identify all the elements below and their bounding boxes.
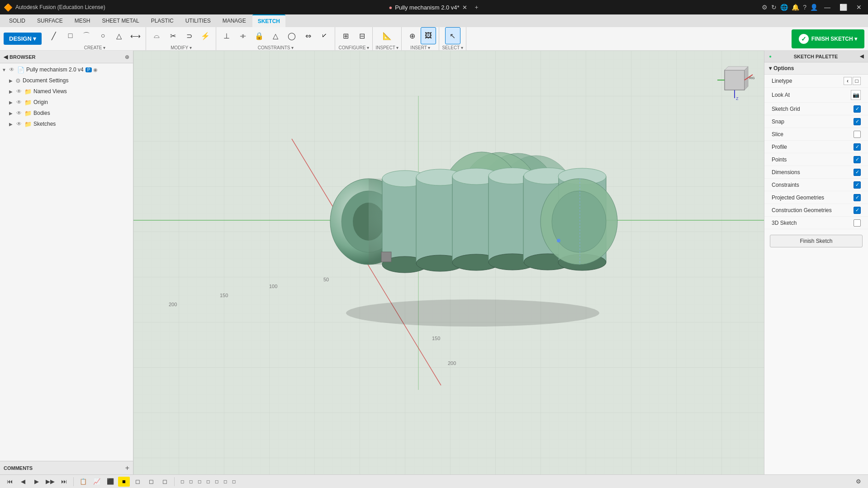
tab-surface[interactable]: SURFACE	[32, 14, 68, 27]
insert-btn1[interactable]: ⊕	[404, 27, 420, 44]
points-checkbox[interactable]: ✓	[854, 156, 861, 163]
root-eye[interactable]: 👁	[9, 66, 16, 73]
origin-eye[interactable]: 👁	[16, 99, 24, 105]
close-tab-icon[interactable]: ✕	[462, 4, 467, 11]
sketches-eye[interactable]: 👁	[16, 121, 24, 127]
add-tab-icon[interactable]: ＋	[474, 3, 479, 11]
profile-checkbox[interactable]: ✓	[854, 143, 861, 151]
tl-btn-1[interactable]: ◻	[178, 477, 186, 487]
bottom-tool-3[interactable]: ⬛	[104, 477, 116, 487]
select-btn[interactable]: ↖	[445, 27, 460, 44]
create-rect-btn[interactable]: □	[62, 27, 78, 44]
create-arc-btn[interactable]: ⌒	[79, 27, 94, 44]
tl-btn-6[interactable]: ◻	[221, 477, 229, 487]
palette-options-header[interactable]: ▾ Options	[764, 62, 868, 75]
sketchgrid-checkbox[interactable]: ✓	[854, 105, 861, 113]
palette-collapse-icon[interactable]: ◀	[860, 53, 863, 59]
create-dimension-btn[interactable]: ⟷	[128, 27, 143, 44]
inspect-btn[interactable]: 📐	[379, 27, 395, 44]
bell-icon[interactable]: 🔔	[792, 4, 799, 11]
dimensions-checkbox[interactable]: ✓	[854, 169, 861, 176]
modify-fillet-btn[interactable]: ⌓	[149, 27, 164, 44]
constraint-circle-btn[interactable]: ◯	[284, 27, 299, 44]
help-icon[interactable]: ?	[803, 4, 806, 11]
constraint-fix-btn[interactable]: 🗸	[317, 27, 332, 44]
globe-icon[interactable]: 🌐	[780, 4, 788, 11]
bottom-tool-5[interactable]: ◻	[145, 477, 157, 487]
root-folder-icon: 📄	[17, 66, 24, 73]
tree-item-root[interactable]: ▼ 👁 📄 Pully mechanism 2.0 v4 P ◉	[0, 64, 133, 75]
3dsketch-checkbox[interactable]	[854, 219, 861, 227]
namedviews-eye[interactable]: 👁	[16, 88, 24, 95]
settings-icon[interactable]: ⚙	[762, 4, 768, 11]
points-label: Points	[772, 156, 787, 163]
playback-prev-btn[interactable]: ◀	[17, 477, 29, 487]
constraint-midpoint-btn[interactable]: △	[268, 27, 283, 44]
user-icon[interactable]: 👤	[810, 4, 818, 11]
tree-item-namedviews[interactable]: ▶ 👁 📁 Named Views	[0, 86, 133, 97]
slice-checkbox[interactable]	[854, 131, 861, 138]
tab-sheetmetal[interactable]: SHEET METAL	[96, 14, 144, 27]
finish-sketch-button[interactable]: ✓ FINISH SKETCH ▾	[792, 29, 864, 48]
tab-utilities[interactable]: UTILITIES	[180, 14, 216, 27]
viewport[interactable]: 50 100 150 200 150 200	[133, 51, 764, 474]
tab-manage[interactable]: MANAGE	[217, 14, 251, 27]
constraint-coincident-btn[interactable]: ⊥	[219, 27, 234, 44]
refresh-icon[interactable]: ↻	[771, 4, 777, 11]
constraint-symmetric-btn[interactable]: ⇔	[300, 27, 316, 44]
comments-add-btn[interactable]: +	[125, 464, 129, 472]
tl-btn-3[interactable]: ◻	[195, 477, 204, 487]
playback-play-btn[interactable]: ▶	[31, 477, 43, 487]
minimize-btn[interactable]: —	[821, 3, 833, 12]
linetype-icon-1[interactable]: ‹	[844, 77, 852, 85]
profile-label: Profile	[772, 144, 787, 150]
tree-item-bodies[interactable]: ▶ 👁 📁 Bodies	[0, 108, 133, 118]
tree-item-sketches[interactable]: ▶ 👁 📁 Sketches	[0, 118, 133, 129]
tab-plastic[interactable]: PLASTIC	[146, 14, 179, 27]
tl-btn-7[interactable]: ◻	[230, 477, 238, 487]
constraint-parallel-btn[interactable]: 🔒	[251, 27, 267, 44]
playback-back-btn[interactable]: ⏮	[4, 477, 15, 487]
create-circle-btn[interactable]: ○	[95, 27, 110, 44]
bottom-settings-icon[interactable]: ⚙	[853, 477, 864, 487]
sketchgrid-label: Sketch Grid	[772, 106, 800, 112]
lookat-icon-btn[interactable]: 📷	[851, 90, 861, 100]
modify-break-btn[interactable]: ⚡	[198, 27, 213, 44]
tab-sketch[interactable]: SKETCH	[252, 14, 285, 27]
tl-btn-2[interactable]: ◻	[187, 477, 195, 487]
create-line-btn[interactable]: ╱	[46, 27, 62, 44]
tl-btn-5[interactable]: ◻	[213, 477, 221, 487]
constraints-checkbox[interactable]: ✓	[854, 181, 861, 189]
bottom-tool-active[interactable]: ■	[118, 477, 130, 487]
bottom-tool-4[interactable]: ◻	[132, 477, 143, 487]
insert-btn2[interactable]: 🖼	[421, 27, 436, 44]
playback-end-btn[interactable]: ⏭	[58, 477, 70, 487]
bodies-eye[interactable]: 👁	[16, 110, 24, 116]
browser-add-icon[interactable]: ⊕	[125, 54, 129, 60]
modify-trim-btn[interactable]: ✂	[165, 27, 180, 44]
tab-mesh[interactable]: MESH	[69, 14, 96, 27]
tab-solid[interactable]: SOLID	[4, 14, 31, 27]
design-button[interactable]: DESIGN ▾	[4, 33, 42, 45]
modify-extend-btn[interactable]: ⊃	[181, 27, 197, 44]
configure-btn2[interactable]: ⊟	[354, 27, 370, 44]
tree-item-settings[interactable]: ▶ ⚙ Document Settings	[0, 75, 133, 86]
tree-item-origin[interactable]: ▶ 👁 📁 Origin	[0, 97, 133, 108]
browser-collapse-icon[interactable]: ◀	[4, 54, 8, 60]
bottom-tool-6[interactable]: ◻	[159, 477, 171, 487]
snap-checkbox[interactable]: ✓	[854, 118, 861, 125]
tl-btn-4[interactable]: ◻	[204, 477, 212, 487]
constructiongeom-checkbox[interactable]: ✓	[854, 207, 861, 214]
maximize-btn[interactable]: ⬜	[837, 3, 850, 12]
create-triangle-btn[interactable]: △	[111, 27, 127, 44]
playback-next-btn[interactable]: ▶▶	[44, 477, 56, 487]
close-btn[interactable]: ✕	[854, 3, 864, 12]
configure-btn1[interactable]: ⊞	[338, 27, 353, 44]
bottom-tool-1[interactable]: 📋	[77, 477, 89, 487]
linetype-icon-2[interactable]: □	[853, 77, 861, 85]
bottom-tool-2[interactable]: 📈	[91, 477, 103, 487]
constraint-tangent-btn[interactable]: ⟛	[235, 27, 251, 44]
palette-finish-sketch-btn[interactable]: Finish Sketch	[770, 235, 863, 247]
options-chevron-icon: ▾	[769, 65, 772, 71]
projectedgeom-checkbox[interactable]: ✓	[854, 194, 861, 201]
